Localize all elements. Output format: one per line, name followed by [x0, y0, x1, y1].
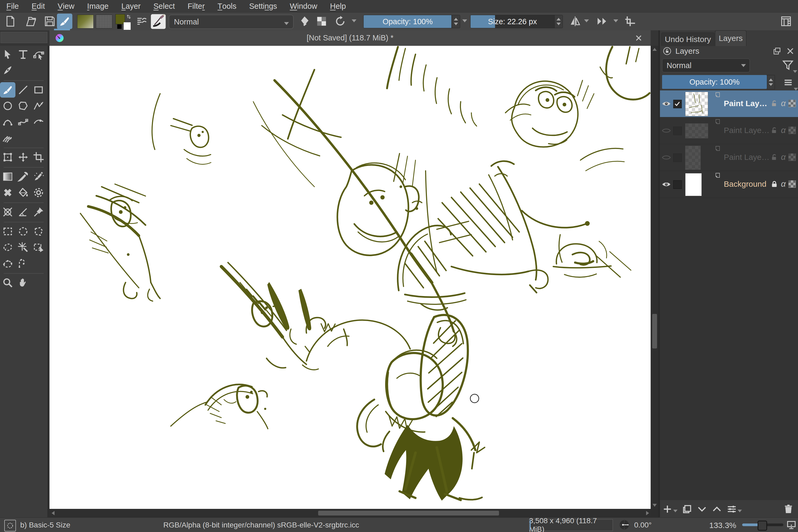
add-layer-button[interactable] — [660, 502, 675, 516]
docker-tab-layers[interactable]: Layers — [715, 30, 746, 46]
brush-preset-icon[interactable] — [151, 14, 166, 29]
tool-contiguous-selection[interactable] — [15, 240, 31, 255]
menu-select[interactable]: Select — [147, 0, 182, 12]
layer-properties-button[interactable] — [724, 502, 739, 516]
layer-blending-dropdown[interactable]: Normal — [662, 58, 750, 72]
chevron-down-icon[interactable] — [584, 19, 589, 22]
mirror-horizontal-icon[interactable] — [569, 15, 582, 28]
size-slider[interactable]: Size: 22.26 px — [470, 15, 563, 28]
tool-text[interactable] — [15, 47, 31, 62]
layer-visibility-icon[interactable] — [662, 179, 671, 189]
vertical-scroll-thumb[interactable] — [652, 314, 657, 348]
scroll-right-icon[interactable] — [646, 511, 649, 515]
layer-row-4[interactable]: Backgroundα — [660, 171, 798, 198]
tool-fill[interactable] — [15, 185, 31, 200]
tool-bezier-selection[interactable] — [0, 255, 15, 271]
layer-thumbnail[interactable] — [685, 146, 701, 170]
menu-window[interactable]: Window — [284, 0, 324, 12]
background-color[interactable] — [117, 24, 122, 29]
tool-polygonal-selection[interactable] — [31, 224, 46, 239]
tool-select-shapes[interactable] — [0, 47, 15, 62]
chevron-down-icon[interactable] — [352, 19, 357, 22]
workspace-chooser-icon[interactable] — [779, 15, 793, 28]
layer-visibility-icon[interactable] — [662, 126, 671, 135]
close-docker-icon[interactable] — [786, 46, 795, 56]
alpha-lock-icon[interactable]: α — [781, 98, 786, 108]
alpha-lock-icon[interactable]: α — [781, 125, 786, 135]
tool-freehand-selection[interactable] — [0, 240, 15, 255]
tool-similar-color-selection[interactable] — [31, 240, 46, 255]
layer-opacity-spinner[interactable] — [767, 75, 775, 89]
menu-filter[interactable]: Filter — [181, 0, 211, 12]
layer-thumbnail[interactable] — [685, 173, 702, 196]
tool-colorize-mask[interactable] — [31, 169, 46, 184]
menu-view[interactable]: View — [51, 0, 81, 12]
menu-settings[interactable]: Settings — [243, 0, 284, 12]
tool-freehand-brush[interactable] — [0, 82, 15, 98]
tool-pan[interactable] — [15, 275, 31, 290]
tool-assistants[interactable] — [0, 204, 15, 220]
tool-transform[interactable] — [0, 150, 15, 165]
tool-move[interactable] — [15, 150, 31, 165]
layer-thumbnail[interactable] — [685, 92, 708, 116]
layer-select-checkbox[interactable] — [673, 153, 682, 162]
new-document-button[interactable] — [4, 15, 17, 28]
zoom-slider-handle[interactable] — [758, 520, 767, 531]
tool-dynamic-brush[interactable] — [31, 114, 46, 130]
foreground-background-colors[interactable] — [115, 14, 133, 29]
tool-zoom[interactable] — [0, 275, 15, 290]
swap-colors-icon[interactable] — [126, 14, 131, 20]
blending-mode-dropdown[interactable]: Normal — [169, 15, 294, 29]
tool-calligraphy[interactable] — [0, 63, 15, 78]
save-button[interactable] — [43, 15, 56, 28]
lock-open-icon[interactable] — [770, 153, 778, 161]
tool-edit-shapes[interactable] — [31, 47, 46, 62]
tool-color-sampler[interactable] — [15, 169, 31, 184]
tool-smart-patch[interactable] — [0, 185, 15, 200]
size-spinner[interactable] — [554, 15, 563, 28]
zoom-level-value[interactable]: 133.3% — [704, 521, 736, 530]
canvas-rotation-dial-icon[interactable] — [619, 519, 630, 530]
horizontal-scroll-thumb[interactable] — [318, 511, 499, 515]
rotation-value[interactable]: 0.00° — [634, 521, 652, 529]
menu-help[interactable]: Help — [324, 0, 353, 12]
tool-reference-images[interactable] — [31, 204, 46, 220]
inherit-alpha-icon[interactable] — [788, 153, 796, 161]
menu-tools[interactable]: Tools — [211, 0, 243, 12]
tool-polygon[interactable] — [15, 98, 31, 114]
menu-edit[interactable]: Edit — [25, 0, 51, 12]
layer-menu-icon[interactable] — [783, 77, 794, 88]
lock-closed-icon[interactable] — [770, 180, 778, 188]
selection-status-icon[interactable] — [4, 520, 16, 531]
inherit-alpha-icon[interactable] — [788, 180, 796, 188]
float-docker-icon[interactable] — [773, 46, 781, 56]
brush-tool-toolbar-button[interactable] — [57, 14, 72, 29]
alpha-lock-icon[interactable]: α — [781, 179, 786, 189]
mirror-vertical-icon[interactable] — [595, 15, 609, 28]
tool-rectangle[interactable] — [31, 82, 46, 98]
lock-open-icon[interactable] — [770, 126, 778, 134]
document-size-box[interactable]: 3,508 x 4,960 (118.7 MiB) — [529, 519, 613, 531]
opacity-spinner[interactable] — [452, 15, 460, 28]
opacity-slider[interactable]: Opacity: 100% — [363, 15, 460, 28]
layer-row-3[interactable]: Paint Laye…α — [660, 144, 798, 171]
menu-image[interactable]: Image — [81, 0, 115, 12]
brush-preset-status[interactable]: b) Basic-5 Size — [20, 521, 70, 529]
layer-name[interactable]: Paint Laye… — [724, 153, 770, 162]
filter-funnel-icon[interactable] — [782, 59, 794, 71]
layer-name[interactable]: Paint Laye… — [724, 126, 770, 135]
pattern-swatch[interactable] — [96, 15, 112, 28]
layer-select-checkbox[interactable] — [673, 127, 682, 135]
tool-gradient[interactable] — [0, 169, 15, 184]
layer-select-checkbox[interactable] — [673, 100, 682, 108]
brush-settings-icon[interactable] — [135, 15, 148, 28]
tool-rectangular-selection[interactable] — [0, 224, 15, 239]
open-document-button[interactable] — [24, 15, 37, 28]
docker-tab-undo-history[interactable]: Undo History — [661, 33, 715, 46]
tool-bezier-curve[interactable] — [0, 114, 15, 130]
menu-file[interactable]: File — [0, 0, 25, 12]
wrap-around-mode-icon[interactable] — [624, 15, 637, 28]
chevron-down-icon[interactable] — [673, 510, 678, 512]
layer-visibility-icon[interactable] — [662, 153, 671, 162]
tool-polyline[interactable] — [31, 98, 46, 114]
